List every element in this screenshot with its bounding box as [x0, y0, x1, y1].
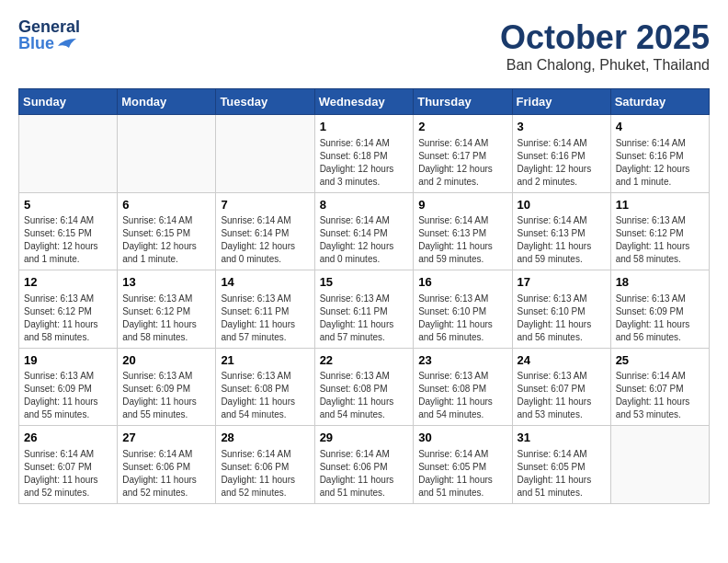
calendar-cell: 13Sunrise: 6:13 AM Sunset: 6:12 PM Dayli… [118, 270, 216, 349]
day-info: Sunrise: 6:14 AM Sunset: 6:16 PM Dayligh… [518, 137, 606, 189]
calendar-cell: 21Sunrise: 6:13 AM Sunset: 6:08 PM Dayli… [216, 348, 314, 426]
calendar-cell: 16Sunrise: 6:13 AM Sunset: 6:10 PM Dayli… [414, 270, 512, 349]
calendar-cell [19, 115, 118, 193]
day-info: Sunrise: 6:14 AM Sunset: 6:15 PM Dayligh… [24, 214, 112, 266]
day-number: 14 [221, 274, 309, 291]
day-number: 10 [518, 197, 606, 213]
calendar-cell [118, 115, 216, 193]
calendar-cell: 27Sunrise: 6:14 AM Sunset: 6:06 PM Dayli… [118, 426, 216, 504]
day-info: Sunrise: 6:14 AM Sunset: 6:05 PM Dayligh… [518, 448, 606, 500]
calendar-cell: 23Sunrise: 6:13 AM Sunset: 6:08 PM Dayli… [414, 348, 512, 426]
day-number: 30 [418, 430, 506, 446]
title-block: October 2025 Ban Chalong, Phuket, Thaila… [500, 18, 710, 74]
calendar-cell: 15Sunrise: 6:13 AM Sunset: 6:11 PM Dayli… [314, 270, 414, 349]
calendar-cell: 10Sunrise: 6:14 AM Sunset: 6:13 PM Dayli… [512, 192, 610, 270]
weekday-header-monday: Monday [118, 89, 216, 115]
calendar-cell: 19Sunrise: 6:13 AM Sunset: 6:09 PM Dayli… [19, 348, 118, 426]
day-number: 31 [518, 430, 606, 446]
calendar-cell: 28Sunrise: 6:14 AM Sunset: 6:06 PM Dayli… [216, 426, 314, 504]
day-number: 8 [320, 197, 409, 213]
calendar-cell: 29Sunrise: 6:14 AM Sunset: 6:06 PM Dayli… [314, 426, 414, 504]
location-subtitle: Ban Chalong, Phuket, Thailand [500, 57, 710, 74]
day-info: Sunrise: 6:14 AM Sunset: 6:06 PM Dayligh… [221, 448, 309, 500]
week-row-1: 1Sunrise: 6:14 AM Sunset: 6:18 PM Daylig… [19, 115, 710, 193]
day-info: Sunrise: 6:13 AM Sunset: 6:11 PM Dayligh… [320, 293, 409, 344]
day-info: Sunrise: 6:13 AM Sunset: 6:11 PM Dayligh… [221, 293, 309, 344]
calendar-cell [216, 115, 314, 193]
day-number: 13 [122, 274, 210, 291]
logo-wing-icon [56, 37, 76, 50]
weekday-header-friday: Friday [512, 89, 610, 115]
day-info: Sunrise: 6:14 AM Sunset: 6:06 PM Dayligh… [320, 448, 409, 500]
calendar-cell: 18Sunrise: 6:13 AM Sunset: 6:09 PM Dayli… [610, 270, 709, 349]
logo-blue: Blue [18, 35, 54, 52]
calendar-table: SundayMondayTuesdayWednesdayThursdayFrid… [18, 88, 710, 504]
day-info: Sunrise: 6:13 AM Sunset: 6:07 PM Dayligh… [518, 370, 606, 421]
day-info: Sunrise: 6:14 AM Sunset: 6:18 PM Dayligh… [320, 137, 409, 189]
day-info: Sunrise: 6:14 AM Sunset: 6:13 PM Dayligh… [418, 214, 506, 266]
week-row-4: 19Sunrise: 6:13 AM Sunset: 6:09 PM Dayli… [19, 348, 710, 426]
day-number: 22 [320, 352, 409, 369]
page-header: General Blue October 2025 Ban Chalong, P… [18, 18, 710, 74]
day-info: Sunrise: 6:14 AM Sunset: 6:07 PM Dayligh… [24, 448, 112, 500]
calendar-cell: 6Sunrise: 6:14 AM Sunset: 6:15 PM Daylig… [118, 192, 216, 270]
day-number: 24 [518, 352, 606, 369]
day-number: 23 [418, 352, 506, 369]
calendar-cell: 17Sunrise: 6:13 AM Sunset: 6:10 PM Dayli… [512, 270, 610, 349]
calendar-cell: 22Sunrise: 6:13 AM Sunset: 6:08 PM Dayli… [314, 348, 414, 426]
weekday-header-saturday: Saturday [610, 89, 709, 115]
day-info: Sunrise: 6:14 AM Sunset: 6:05 PM Dayligh… [418, 448, 506, 500]
day-number: 3 [518, 119, 606, 135]
day-number: 19 [24, 352, 112, 369]
weekday-header-row: SundayMondayTuesdayWednesdayThursdayFrid… [19, 89, 710, 115]
day-info: Sunrise: 6:14 AM Sunset: 6:07 PM Dayligh… [616, 370, 704, 421]
calendar-cell: 12Sunrise: 6:13 AM Sunset: 6:12 PM Dayli… [19, 270, 118, 349]
day-info: Sunrise: 6:13 AM Sunset: 6:08 PM Dayligh… [418, 370, 506, 421]
calendar-cell [610, 426, 709, 504]
day-info: Sunrise: 6:13 AM Sunset: 6:12 PM Dayligh… [122, 293, 210, 344]
day-number: 7 [221, 197, 309, 213]
day-number: 11 [616, 197, 704, 213]
day-number: 27 [122, 430, 210, 446]
logo: General Blue [18, 18, 80, 52]
weekday-header-thursday: Thursday [414, 89, 512, 115]
calendar-cell: 2Sunrise: 6:14 AM Sunset: 6:17 PM Daylig… [414, 115, 512, 193]
day-number: 6 [122, 197, 210, 213]
day-number: 28 [221, 430, 309, 446]
day-number: 5 [24, 197, 112, 213]
day-number: 26 [24, 430, 112, 446]
day-info: Sunrise: 6:14 AM Sunset: 6:14 PM Dayligh… [221, 214, 309, 266]
calendar-cell: 5Sunrise: 6:14 AM Sunset: 6:15 PM Daylig… [19, 192, 118, 270]
day-number: 4 [616, 119, 704, 135]
calendar-cell: 3Sunrise: 6:14 AM Sunset: 6:16 PM Daylig… [512, 115, 610, 193]
calendar-cell: 1Sunrise: 6:14 AM Sunset: 6:18 PM Daylig… [314, 115, 414, 193]
day-info: Sunrise: 6:13 AM Sunset: 6:08 PM Dayligh… [320, 370, 409, 421]
day-info: Sunrise: 6:13 AM Sunset: 6:09 PM Dayligh… [616, 293, 704, 344]
day-number: 21 [221, 352, 309, 369]
day-info: Sunrise: 6:14 AM Sunset: 6:14 PM Dayligh… [320, 214, 409, 266]
calendar-cell: 9Sunrise: 6:14 AM Sunset: 6:13 PM Daylig… [414, 192, 512, 270]
day-number: 20 [122, 352, 210, 369]
day-info: Sunrise: 6:14 AM Sunset: 6:16 PM Dayligh… [616, 137, 704, 189]
day-number: 1 [320, 119, 409, 135]
calendar-cell: 31Sunrise: 6:14 AM Sunset: 6:05 PM Dayli… [512, 426, 610, 504]
calendar-cell: 4Sunrise: 6:14 AM Sunset: 6:16 PM Daylig… [610, 115, 709, 193]
day-number: 15 [320, 274, 409, 291]
logo-general: General [18, 18, 80, 35]
calendar-cell: 24Sunrise: 6:13 AM Sunset: 6:07 PM Dayli… [512, 348, 610, 426]
day-number: 12 [24, 274, 112, 291]
calendar-cell: 26Sunrise: 6:14 AM Sunset: 6:07 PM Dayli… [19, 426, 118, 504]
calendar-cell: 25Sunrise: 6:14 AM Sunset: 6:07 PM Dayli… [610, 348, 709, 426]
week-row-5: 26Sunrise: 6:14 AM Sunset: 6:07 PM Dayli… [19, 426, 710, 504]
week-row-2: 5Sunrise: 6:14 AM Sunset: 6:15 PM Daylig… [19, 192, 710, 270]
day-number: 9 [418, 197, 506, 213]
day-info: Sunrise: 6:13 AM Sunset: 6:09 PM Dayligh… [122, 370, 210, 421]
weekday-header-sunday: Sunday [19, 89, 118, 115]
calendar-cell: 30Sunrise: 6:14 AM Sunset: 6:05 PM Dayli… [414, 426, 512, 504]
weekday-header-wednesday: Wednesday [314, 89, 414, 115]
day-info: Sunrise: 6:13 AM Sunset: 6:09 PM Dayligh… [24, 370, 112, 421]
day-number: 16 [418, 274, 506, 291]
day-number: 29 [320, 430, 409, 446]
day-number: 17 [518, 274, 606, 291]
calendar-cell: 7Sunrise: 6:14 AM Sunset: 6:14 PM Daylig… [216, 192, 314, 270]
